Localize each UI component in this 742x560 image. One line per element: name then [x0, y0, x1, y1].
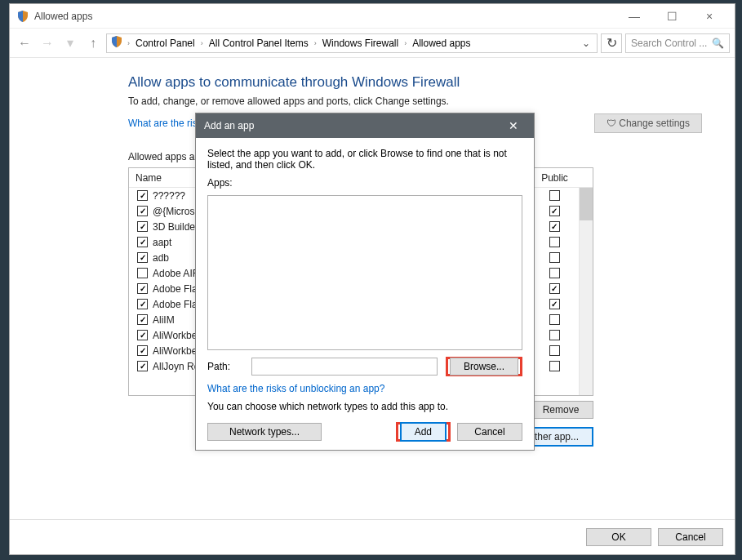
public-checkbox[interactable]	[549, 314, 560, 325]
path-input[interactable]	[251, 358, 438, 376]
page-heading: Allow apps to communicate through Window…	[128, 74, 702, 91]
apps-listbox[interactable]	[207, 195, 522, 350]
scrollbar-thumb[interactable]	[580, 188, 593, 220]
app-enabled-checkbox[interactable]	[137, 299, 148, 309]
chevron-right-icon[interactable]: ›	[402, 39, 409, 47]
search-input[interactable]: Search Control ... 🔍	[625, 33, 730, 53]
breadcrumb-item[interactable]: Control Panel	[134, 38, 197, 49]
titlebar: Allowed apps — ☐ ×	[10, 4, 735, 29]
maximize-button[interactable]: ☐	[653, 4, 691, 29]
public-checkbox[interactable]	[549, 221, 560, 232]
forward-button[interactable]: →	[38, 33, 57, 53]
search-placeholder: Search Control ...	[631, 38, 712, 49]
back-button[interactable]: ←	[15, 33, 34, 53]
dialog-titlebar: Add an app ✕	[196, 113, 534, 138]
page-subtext: To add, change, or remove allowed apps a…	[128, 96, 702, 107]
add-button[interactable]: Add	[400, 422, 447, 442]
app-enabled-checkbox[interactable]	[137, 330, 148, 340]
close-button[interactable]: ×	[691, 4, 728, 29]
app-enabled-checkbox[interactable]	[137, 221, 148, 232]
address-bar[interactable]: › Control Panel › All Control Panel Item…	[106, 33, 598, 53]
chevron-right-icon[interactable]: ›	[198, 39, 206, 47]
risks-unblocking-link[interactable]: What are the risks of unblocking an app?	[207, 383, 522, 394]
add-highlight: Add	[396, 422, 451, 442]
breadcrumb-item[interactable]: Allowed apps	[411, 38, 472, 49]
app-enabled-checkbox[interactable]	[137, 190, 148, 201]
window-title: Allowed apps	[34, 11, 615, 22]
app-enabled-checkbox[interactable]	[137, 252, 148, 263]
path-label: Path:	[207, 361, 243, 372]
public-checkbox[interactable]	[549, 299, 560, 309]
search-icon: 🔍	[712, 38, 724, 49]
browse-button[interactable]: Browse...	[450, 358, 518, 376]
change-settings-button[interactable]: 🛡 Change settings	[594, 113, 702, 133]
column-public-header[interactable]: Public	[530, 172, 579, 184]
app-enabled-checkbox[interactable]	[137, 237, 148, 247]
up-button[interactable]: ↑	[83, 33, 103, 53]
scrollbar[interactable]	[579, 188, 593, 395]
remove-button[interactable]: Remove	[528, 401, 593, 419]
public-checkbox[interactable]	[549, 237, 560, 247]
dialog-cancel-button[interactable]: Cancel	[457, 423, 522, 441]
shield-icon: 🛡	[606, 118, 616, 129]
dialog-description: Select the app you want to add, or click…	[207, 148, 522, 171]
dialog-close-button[interactable]: ✕	[501, 119, 526, 132]
navbar: ← → ▾ ↑ › Control Panel › All Control Pa…	[10, 29, 735, 58]
app-enabled-checkbox[interactable]	[137, 361, 148, 371]
add-app-dialog: Add an app ✕ Select the app you want to …	[195, 113, 535, 451]
network-types-button[interactable]: Network types...	[207, 423, 322, 441]
app-enabled-checkbox[interactable]	[137, 283, 148, 294]
apps-label: Apps:	[207, 177, 522, 189]
cancel-button[interactable]: Cancel	[658, 528, 723, 546]
app-enabled-checkbox[interactable]	[137, 314, 148, 325]
public-checkbox[interactable]	[549, 268, 560, 278]
minimize-button[interactable]: —	[615, 4, 653, 29]
breadcrumb-item[interactable]: Windows Firewall	[321, 38, 400, 49]
footer: OK Cancel	[10, 519, 735, 554]
public-checkbox[interactable]	[549, 361, 560, 371]
ok-button[interactable]: OK	[586, 528, 651, 546]
app-enabled-checkbox[interactable]	[137, 345, 148, 356]
address-history-dropdown[interactable]: ⌄	[579, 38, 593, 49]
browse-highlight: Browse...	[446, 357, 522, 376]
chevron-right-icon[interactable]: ›	[125, 39, 132, 47]
public-checkbox[interactable]	[549, 330, 560, 340]
firewall-icon	[110, 35, 123, 51]
network-types-hint: You can choose which network types to ad…	[207, 401, 522, 412]
refresh-button[interactable]: ↻	[601, 33, 622, 53]
app-enabled-checkbox[interactable]	[137, 268, 148, 278]
public-checkbox[interactable]	[549, 345, 560, 356]
dialog-title: Add an app	[204, 120, 501, 131]
public-checkbox[interactable]	[549, 283, 560, 294]
public-checkbox[interactable]	[549, 190, 560, 201]
app-enabled-checkbox[interactable]	[137, 206, 148, 216]
public-checkbox[interactable]	[549, 206, 560, 216]
breadcrumb-item[interactable]: All Control Panel Items	[207, 38, 310, 49]
recent-dropdown-icon[interactable]: ▾	[60, 33, 80, 53]
chevron-right-icon[interactable]: ›	[312, 39, 319, 47]
firewall-icon	[16, 10, 29, 23]
public-checkbox[interactable]	[549, 252, 560, 263]
